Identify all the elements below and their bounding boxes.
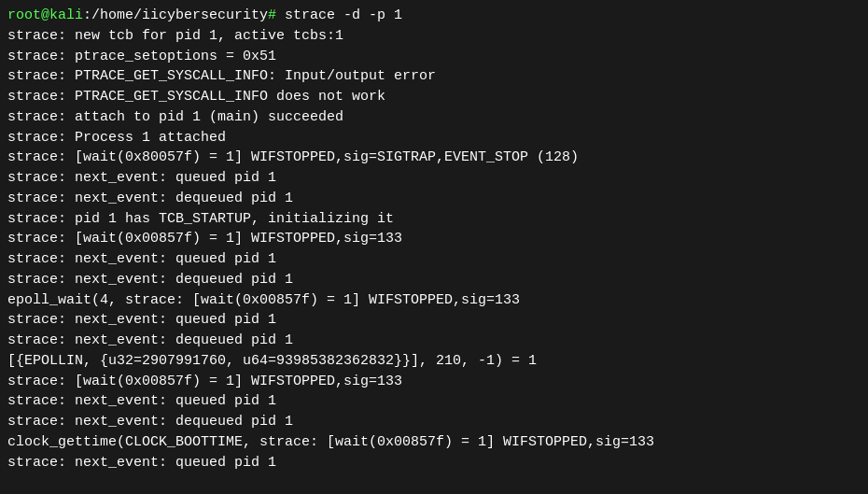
terminal-line: strace: [wait(0x00857f) = 1] WIFSTOPPED,… bbox=[7, 372, 861, 392]
terminal-line: root@kali:/home/iicybersecurity# strace … bbox=[7, 6, 861, 26]
output-text: strace: PTRACE_GET_SYSCALL_INFO does not… bbox=[7, 89, 385, 105]
terminal-line: strace: next_event: queued pid 1 bbox=[7, 391, 861, 412]
terminal-line: strace: new tcb for pid 1, active tcbs:1 bbox=[7, 26, 861, 47]
output-text: strace: Process 1 attached bbox=[7, 130, 226, 146]
output-text: strace: next_event: queued pid 1 bbox=[7, 170, 276, 186]
terminal-line: strace: [wait(0x00857f) = 1] WIFSTOPPED,… bbox=[7, 229, 861, 249]
terminal-line: strace: PTRACE_GET_SYSCALL_INFO does not… bbox=[7, 87, 861, 107]
output-text: strace: next_event: dequeued pid 1 bbox=[7, 272, 293, 288]
output-text: strace: next_event: queued pid 1 bbox=[7, 455, 276, 471]
terminal-line: strace: next_event: dequeued pid 1 bbox=[7, 270, 861, 290]
output-text: [{EPOLLIN, {u32=2907991760, u64=93985382… bbox=[7, 353, 537, 369]
terminal-line: strace: next_event: dequeued pid 1 bbox=[7, 331, 861, 351]
output-text: strace: [wait(0x00857f) = 1] WIFSTOPPED,… bbox=[7, 231, 402, 247]
output-text: epoll_wait(4, strace: [wait(0x00857f) = … bbox=[7, 292, 520, 308]
output-text: strace: next_event: queued pid 1 bbox=[7, 312, 276, 328]
output-text: strace: PTRACE_GET_SYSCALL_INFO: Input/o… bbox=[7, 68, 436, 84]
terminal-line: strace: next_event: queued pid 1 bbox=[7, 310, 861, 331]
terminal-line: [{EPOLLIN, {u32=2907991760, u64=93985382… bbox=[7, 351, 861, 372]
output-text: strace: attach to pid 1 (main) succeeded bbox=[7, 109, 343, 125]
output-text: strace: [wait(0x80057f) = 1] WIFSTOPPED,… bbox=[7, 149, 579, 165]
output-text: strace: next_event: queued pid 1 bbox=[7, 251, 276, 267]
prompt-command: strace -d -p 1 bbox=[276, 7, 402, 23]
prompt-user-host: root@kali bbox=[7, 7, 83, 23]
terminal-line: strace: attach to pid 1 (main) succeeded bbox=[7, 107, 861, 128]
terminal-line: strace: [wait(0x80057f) = 1] WIFSTOPPED,… bbox=[7, 148, 861, 168]
terminal-line: epoll_wait(4, strace: [wait(0x00857f) = … bbox=[7, 290, 861, 311]
terminal-line: strace: next_event: dequeued pid 1 bbox=[7, 412, 861, 432]
terminal-line: strace: Process 1 attached bbox=[7, 128, 861, 148]
output-text: clock_gettime(CLOCK_BOOTTIME, strace: [w… bbox=[7, 434, 654, 450]
terminal-line: strace: PTRACE_GET_SYSCALL_INFO: Input/o… bbox=[7, 66, 861, 87]
output-text: strace: next_event: queued pid 1 bbox=[7, 393, 276, 409]
terminal-line: strace: next_event: queued pid 1 bbox=[7, 249, 861, 270]
terminal-window: root@kali:/home/iicybersecurity# strace … bbox=[0, 0, 868, 494]
output-text: strace: [wait(0x00857f) = 1] WIFSTOPPED,… bbox=[7, 374, 402, 389]
terminal-line: strace: pid 1 has TCB_STARTUP, initializ… bbox=[7, 209, 861, 230]
output-text: strace: pid 1 has TCB_STARTUP, initializ… bbox=[7, 211, 394, 227]
prompt-path: :/home/iicybersecurity bbox=[83, 7, 268, 23]
output-text: strace: next_event: dequeued pid 1 bbox=[7, 332, 293, 348]
output-text: strace: next_event: dequeued pid 1 bbox=[7, 414, 293, 430]
terminal-line: clock_gettime(CLOCK_BOOTTIME, strace: [w… bbox=[7, 432, 861, 453]
terminal-line: strace: next_event: queued pid 1 bbox=[7, 168, 861, 189]
terminal-line: strace: ptrace_setoptions = 0x51 bbox=[7, 47, 861, 67]
output-text: strace: ptrace_setoptions = 0x51 bbox=[7, 49, 276, 64]
output-text: strace: next_event: dequeued pid 1 bbox=[7, 191, 293, 206]
output-text: strace: new tcb for pid 1, active tcbs:1 bbox=[7, 28, 343, 44]
terminal-line: strace: next_event: queued pid 1 bbox=[7, 453, 861, 473]
prompt-hash: # bbox=[268, 7, 276, 23]
terminal-line: strace: next_event: dequeued pid 1 bbox=[7, 189, 861, 209]
